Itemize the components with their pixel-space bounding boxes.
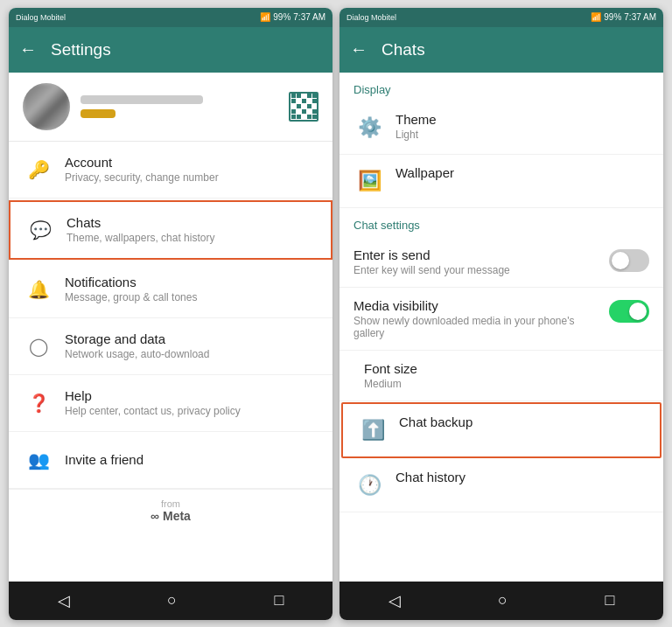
- battery-right: 99%: [604, 12, 621, 22]
- notifications-title: Notifications: [65, 275, 197, 289]
- chat-settings-section-label: Chat settings: [340, 208, 663, 237]
- font-size-sub: Medium: [364, 378, 417, 390]
- enter-send-title: Enter is send: [354, 247, 510, 262]
- enter-send-sub: Enter key will send your message: [354, 264, 510, 276]
- back-nav-right[interactable]: ◁: [388, 591, 401, 610]
- menu-item-storage[interactable]: ◯ Storage and data Network usage, auto-d…: [9, 318, 332, 375]
- enter-send-row[interactable]: Enter is send Enter key will send your m…: [340, 237, 663, 288]
- content-right: Display ⚙️ Theme Light 🖼️ Wallpaper Chat…: [340, 73, 663, 582]
- signal-icon-right: 📶: [591, 12, 601, 22]
- status-right-left: 📶 99% 7:37 AM: [260, 12, 326, 22]
- enter-send-toggle[interactable]: [609, 249, 649, 272]
- theme-item[interactable]: ⚙️ Theme Light: [340, 101, 663, 155]
- key-icon: 🔑: [23, 154, 54, 185]
- footer-from: from: [18, 498, 324, 509]
- media-visibility-row[interactable]: Media visibility Show newly downloaded m…: [340, 288, 663, 351]
- menu-item-notifications[interactable]: 🔔 Notifications Message, group & call to…: [9, 261, 332, 318]
- status-bar-right: Dialog Mobitel 📶 99% 7:37 AM: [340, 8, 663, 27]
- recent-nav-left[interactable]: □: [274, 591, 284, 610]
- storage-sub: Network usage, auto-download: [65, 348, 209, 360]
- font-size-title: Font size: [364, 361, 417, 376]
- media-visibility-info: Media visibility Show newly downloaded m…: [354, 298, 598, 339]
- nav-bar-right: ◁ ○ □: [340, 582, 663, 620]
- chats-text: Chats Theme, wallpapers, chat history: [66, 215, 214, 244]
- people-icon: 👥: [23, 444, 54, 476]
- font-size-text: Font size Medium: [364, 361, 417, 390]
- time-left: 7:37 AM: [293, 12, 326, 22]
- wallpaper-item[interactable]: 🖼️ Wallpaper: [340, 155, 663, 208]
- footer-left: from ∞ Meta: [9, 489, 332, 532]
- status-right-right: 📶 99% 7:37 AM: [591, 12, 656, 22]
- chat-backup-title: Chat backup: [399, 415, 472, 429]
- top-bar-right: ← Chats: [340, 27, 663, 73]
- clock-icon: 🕐: [354, 470, 385, 501]
- invite-title: Invite a friend: [65, 452, 144, 467]
- theme-sub: Light: [396, 129, 437, 141]
- content-left: 🔑 Account Privacy, security, change numb…: [9, 73, 332, 582]
- carrier-right: Dialog Mobitel: [346, 13, 396, 22]
- avatar: [23, 83, 70, 130]
- signal-icon: 📶: [260, 12, 270, 22]
- page-title-left: Settings: [51, 40, 322, 59]
- upload-icon: ⬆️: [357, 415, 388, 446]
- carrier-left: Dialog Mobitel: [16, 13, 66, 22]
- qr-code-button[interactable]: [289, 92, 318, 122]
- menu-item-account[interactable]: 🔑 Account Privacy, security, change numb…: [9, 142, 332, 199]
- media-visibility-title: Media visibility: [354, 298, 598, 313]
- battery-left: 99%: [273, 12, 290, 22]
- right-phone: Dialog Mobitel 📶 99% 7:37 AM ← Chats Dis…: [340, 8, 663, 620]
- left-phone: Dialog Mobitel 📶 99% 7:37 AM ← Settings: [9, 8, 332, 620]
- profile-name-blur: [80, 95, 203, 104]
- storage-icon: ◯: [23, 331, 54, 362]
- chat-icon: 💬: [24, 214, 56, 246]
- chats-sub: Theme, wallpapers, chat history: [66, 232, 214, 244]
- help-sub: Help center, contact us, privacy policy: [65, 405, 241, 417]
- menu-item-invite[interactable]: 👥 Invite a friend: [9, 432, 332, 489]
- chat-history-item[interactable]: 🕐 Chat history: [340, 459, 663, 512]
- image-icon: 🖼️: [354, 165, 385, 197]
- nav-bar-left: ◁ ○ □: [9, 582, 332, 620]
- theme-title: Theme: [396, 112, 437, 127]
- notifications-text: Notifications Message, group & call tone…: [65, 275, 197, 303]
- font-size-item[interactable]: Font size Medium: [340, 351, 663, 401]
- media-visibility-toggle[interactable]: [609, 300, 649, 323]
- menu-item-chats[interactable]: 💬 Chats Theme, wallpapers, chat history: [9, 200, 332, 260]
- recent-nav-right[interactable]: □: [605, 591, 614, 610]
- help-text: Help Help center, contact us, privacy po…: [65, 388, 241, 417]
- account-text: Account Privacy, security, change number: [65, 155, 219, 184]
- menu-item-help[interactable]: ❓ Help Help center, contact us, privacy …: [9, 375, 332, 432]
- bell-icon: 🔔: [23, 274, 54, 305]
- account-title: Account: [65, 155, 219, 170]
- chats-title: Chats: [66, 215, 214, 230]
- status-bar-left: Dialog Mobitel 📶 99% 7:37 AM: [9, 8, 332, 27]
- avatar-image: [23, 83, 70, 130]
- enter-send-info: Enter is send Enter key will send your m…: [354, 247, 510, 276]
- back-nav-left[interactable]: ◁: [58, 591, 70, 610]
- profile-row[interactable]: [9, 73, 332, 142]
- account-sub: Privacy, security, change number: [65, 171, 219, 184]
- chat-history-text: Chat history: [396, 470, 466, 484]
- qr-pattern: [291, 94, 317, 119]
- back-button-right[interactable]: ←: [350, 39, 368, 59]
- meta-logo: ∞ Meta: [18, 509, 324, 523]
- wallpaper-title: Wallpaper: [396, 165, 454, 180]
- notifications-sub: Message, group & call tones: [65, 291, 197, 303]
- media-visibility-sub: Show newly downloaded media in your phon…: [354, 315, 598, 339]
- display-section-label: Display: [340, 73, 663, 101]
- home-nav-right[interactable]: ○: [498, 591, 508, 610]
- back-button-left[interactable]: ←: [19, 39, 37, 59]
- invite-text: Invite a friend: [65, 452, 144, 467]
- gear-icon: ⚙️: [354, 112, 385, 143]
- wallpaper-text: Wallpaper: [396, 165, 454, 180]
- help-icon: ❓: [23, 387, 54, 419]
- profile-info: [80, 95, 278, 118]
- chat-backup-text: Chat backup: [399, 415, 472, 429]
- storage-title: Storage and data: [65, 331, 209, 346]
- chat-backup-item[interactable]: ⬆️ Chat backup: [341, 402, 662, 458]
- time-right: 7:37 AM: [624, 12, 656, 22]
- chat-history-title: Chat history: [396, 470, 466, 484]
- help-title: Help: [65, 388, 241, 403]
- storage-text: Storage and data Network usage, auto-dow…: [65, 331, 209, 360]
- home-nav-left[interactable]: ○: [167, 591, 177, 610]
- page-title-right: Chats: [382, 40, 653, 59]
